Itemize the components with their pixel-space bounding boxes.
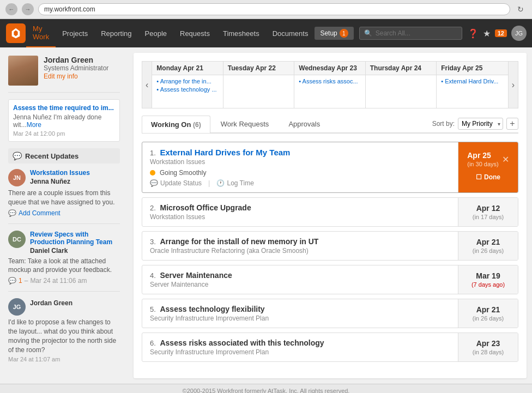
add-comment-link[interactable]: 💬 Add Comment — [8, 209, 120, 217]
task-date-sub-2: (in 17 days) — [473, 214, 504, 220]
cal-day-0: Monday Apr 21 Arrange for the in... Asse… — [152, 62, 223, 108]
add-task-button[interactable]: + — [506, 118, 518, 130]
task-item-3: 3. Arrange for the install of new memory… — [142, 231, 518, 261]
nav-requests[interactable]: Requests — [173, 19, 216, 47]
url-bar[interactable]: my.workfront.com — [38, 3, 510, 15]
tab-approvals[interactable]: Approvals — [279, 115, 329, 132]
task-item-5: 5. Assess technology flexibility Securit… — [142, 299, 518, 328]
more-link[interactable]: More — [27, 121, 41, 129]
task-title-3[interactable]: Arrange for the install of new memory in… — [160, 237, 318, 246]
comment-icon: 💬 — [13, 152, 22, 160]
sort-label: Sort by: — [432, 120, 455, 128]
nav-my-work[interactable]: My Work — [26, 19, 56, 47]
task-date-area-2: Apr 12 (in 17 days) — [458, 198, 518, 226]
task-title-2[interactable]: Microsoft Office Upgrade — [160, 203, 251, 212]
help-icon[interactable]: ❓ — [468, 28, 479, 39]
cal-day-4: Friday Apr 25 External Hard Driv... — [437, 62, 507, 108]
search-input[interactable] — [376, 29, 457, 37]
task-date-area-4: Mar 19 (7 days ago) — [458, 265, 518, 294]
profile-role: Systems Administrator — [44, 64, 108, 72]
setup-badge: 1 — [340, 29, 348, 38]
cal-next-button[interactable]: › — [508, 62, 518, 108]
log-time-icon: 🕐 — [216, 179, 225, 187]
task-number-3: 3. — [150, 238, 156, 246]
task-date-main-4: Mar 19 — [476, 271, 500, 280]
setup-button[interactable]: Setup 1 — [315, 27, 353, 40]
nav-reporting[interactable]: Reporting — [94, 19, 138, 47]
task-date-area-3: Apr 21 (in 26 days) — [458, 232, 518, 260]
task-date-main-1: Apr 25 — [467, 151, 498, 160]
tab-working-on[interactable]: Working On (6) — [142, 116, 210, 133]
task-item-1: 1. External Hard Drives for My Team Work… — [142, 142, 518, 193]
task-item-4: 4. Server Maintenance Server Maintenance… — [142, 265, 518, 294]
task-item-2: 2. Microsoft Office Upgrade Workstation … — [142, 197, 518, 227]
cal-prev-button[interactable]: ‹ — [142, 62, 152, 108]
forward-button[interactable]: → — [22, 3, 34, 15]
cal-day-body-0: Arrange for the in... Assess technology … — [152, 75, 222, 108]
task-title-5[interactable]: Assess technology flexibility — [160, 305, 264, 313]
cal-day-head-1: Tuesday Apr 22 — [223, 62, 294, 75]
tab-work-requests[interactable]: Work Requests — [211, 115, 279, 132]
task-date-main-6: Apr 23 — [476, 339, 500, 348]
update-name-1: Jenna Nuñez — [30, 178, 120, 185]
task-date-area-1: Apr 25 (in 30 days) ✕ ☐ Done — [458, 142, 518, 192]
task-title-6[interactable]: Assess risks associated with this techno… — [160, 338, 324, 347]
task-title-1[interactable]: External Hard Drives for My Team — [160, 148, 290, 157]
task-subtitle-2: Workstation Issues — [150, 213, 450, 221]
notification-badge[interactable]: 12 — [495, 29, 507, 37]
cal-event[interactable]: External Hard Driv... — [441, 78, 503, 84]
sort-select[interactable]: My Priority Due Date Name — [458, 118, 503, 130]
edit-profile-link[interactable]: Edit my info — [44, 72, 78, 80]
cal-event[interactable]: Assess risks assoc... — [299, 78, 360, 84]
cal-event[interactable]: Assess technology ... — [156, 86, 218, 93]
close-task-1[interactable]: ✕ — [502, 154, 509, 165]
update-avatar-3: JG — [8, 298, 26, 316]
task-title-4[interactable]: Server Maintenance — [160, 271, 232, 280]
update-link-1[interactable]: Workstation Issues — [30, 169, 120, 177]
user-avatar[interactable]: JG — [511, 26, 527, 41]
cal-event[interactable]: Arrange for the in... — [156, 78, 218, 84]
browser-chrome: ← → my.workfront.com ↻ — [0, 0, 532, 19]
nav-projects[interactable]: Projects — [56, 19, 94, 47]
task-date-sub-3: (in 26 days) — [473, 247, 504, 254]
nav-timesheets[interactable]: Timesheets — [216, 19, 266, 47]
task-number-6: 6. — [150, 339, 156, 347]
task-subtitle-5: Security Infrastructure Improvement Plan — [150, 315, 450, 322]
comment-count-icon: 💬 — [8, 277, 16, 285]
cal-day-head-3: Thursday Apr 24 — [366, 62, 436, 75]
nav-people[interactable]: People — [138, 19, 173, 47]
profile-area: Jordan Green Systems Administrator Edit … — [8, 56, 120, 93]
task-item-6: 6. Assess risks associated with this tec… — [142, 332, 518, 362]
back-button[interactable]: ← — [5, 3, 17, 15]
sidebar: Jordan Green Systems Administrator Edit … — [0, 47, 128, 384]
comment-count-2: 💬 1 – Mar 24 at 11:06 am — [8, 277, 120, 285]
search-bar[interactable]: 🔍 — [359, 27, 462, 40]
update-name-2: Daniel Clark — [30, 247, 120, 255]
comment-small-icon: 💬 — [8, 209, 16, 217]
alert-subtitle: Jenna Nuñez I'm already done wit...More — [13, 113, 115, 129]
update-link-2[interactable]: Review Specs with Production Planning Te… — [30, 231, 120, 246]
profile-avatar — [8, 56, 38, 86]
calendar-grid: ‹ Monday Apr 21 Arrange for the in... As… — [142, 61, 518, 108]
update-item-2: DC Review Specs with Production Planning… — [8, 231, 120, 292]
task-number-5: 5. — [150, 305, 156, 313]
nav-documents[interactable]: Documents — [266, 19, 315, 47]
done-icon: ☐ — [476, 173, 482, 181]
sort-wrapper[interactable]: My Priority Due Date Name — [458, 118, 503, 130]
update-date-3: Mar 24 at 11:07 am — [8, 356, 120, 362]
update-status-icon: 💬 — [150, 179, 158, 187]
update-text-3: I'd like to propose a few changes to the… — [8, 318, 120, 354]
recent-updates-header: 💬 Recent Updates — [8, 148, 120, 164]
bookmark-icon[interactable]: ★ — [483, 28, 491, 39]
logo-area — [5, 23, 26, 43]
done-button-1[interactable]: ☐ Done — [469, 171, 507, 184]
alert-title[interactable]: Assess the time required to im... — [13, 104, 115, 112]
log-time-link[interactable]: 🕐 Log Time — [216, 179, 253, 187]
task-date-area-5: Apr 21 (in 26 days) — [458, 299, 518, 328]
tab-count-working-on: (6) — [193, 121, 201, 129]
cal-days: Monday Apr 21 Arrange for the in... Asse… — [152, 62, 507, 108]
refresh-button[interactable]: ↻ — [515, 3, 527, 15]
update-status-link[interactable]: 💬 Update Status — [150, 179, 202, 187]
nav-right: ❓ ★ 12 JG — [468, 26, 527, 41]
cal-day-body-1 — [223, 75, 294, 108]
